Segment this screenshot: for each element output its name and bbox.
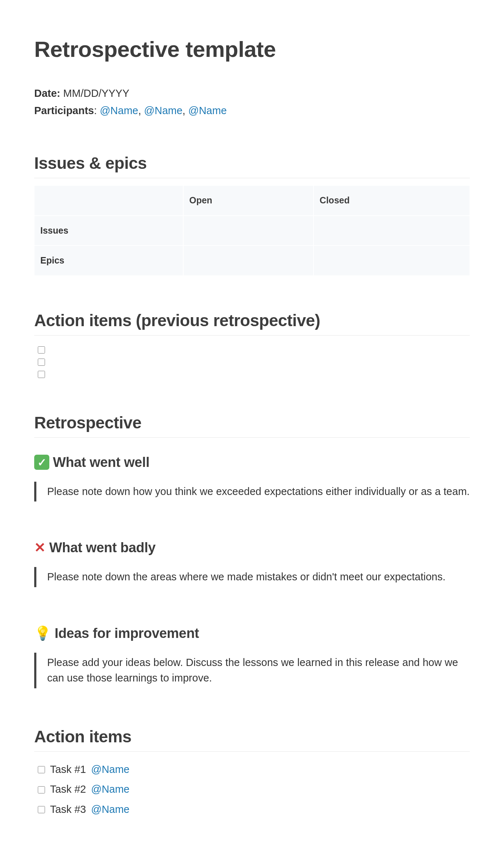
task-item xyxy=(38,370,470,378)
participants-label: Participants xyxy=(34,105,94,116)
table-row-epics-label: Epics xyxy=(34,246,183,276)
table-row-issues-label: Issues xyxy=(34,216,183,246)
task-checkbox[interactable] xyxy=(38,371,45,378)
task-mention[interactable]: @Name xyxy=(91,802,130,818)
task-checkbox[interactable] xyxy=(38,786,45,793)
action-items-heading: Action items xyxy=(34,724,470,752)
ideas-text: Ideas for improvement xyxy=(55,623,199,644)
went-badly-note: Please note down the areas where we made… xyxy=(34,567,470,587)
prev-actions-list xyxy=(34,346,470,378)
date-label: Date: xyxy=(34,87,60,99)
ideas-note: Please add your ideas below. Discuss the… xyxy=(34,653,470,688)
went-badly-heading: ✕ What went badly xyxy=(34,537,470,558)
cross-icon: ✕ xyxy=(34,537,46,558)
went-well-section: ✓ What went well Please note down how yo… xyxy=(34,452,470,502)
participant-mention[interactable]: @Name xyxy=(100,105,138,116)
retrospective-heading: Retrospective xyxy=(34,410,470,438)
task-item: Task #3 @Name xyxy=(38,802,470,818)
went-well-text: What went well xyxy=(53,452,149,473)
bulb-icon: 💡 xyxy=(34,623,51,644)
went-well-note: Please note down how you think we exceed… xyxy=(34,482,470,502)
participant-mention[interactable]: @Name xyxy=(188,105,227,116)
table-cell[interactable] xyxy=(314,246,470,276)
task-text: Task #3 xyxy=(50,802,86,818)
went-badly-section: ✕ What went badly Please note down the a… xyxy=(34,537,470,587)
task-mention[interactable]: @Name xyxy=(91,782,130,797)
ideas-heading: 💡 Ideas for improvement xyxy=(34,623,470,644)
task-item xyxy=(38,346,470,354)
action-items-list: Task #1 @Name Task #2 @Name Task #3 @Nam… xyxy=(34,762,470,818)
table-row: Epics xyxy=(34,246,470,276)
participants-line: Participants: @Name, @Name, @Name xyxy=(34,103,470,119)
prev-actions-heading: Action items (previous retrospective) xyxy=(34,308,470,336)
task-text: Task #1 xyxy=(50,762,86,778)
table-header-open: Open xyxy=(183,185,314,216)
task-mention[interactable]: @Name xyxy=(91,762,130,778)
task-checkbox[interactable] xyxy=(38,766,45,773)
ideas-section: 💡 Ideas for improvement Please add your … xyxy=(34,623,470,688)
task-checkbox[interactable] xyxy=(38,346,45,354)
table-header-row: Open Closed xyxy=(34,185,470,216)
table-cell[interactable] xyxy=(183,246,314,276)
task-item: Task #2 @Name xyxy=(38,782,470,797)
issues-epics-heading: Issues & epics xyxy=(34,151,470,178)
task-item: Task #1 @Name xyxy=(38,762,470,778)
checkmark-icon: ✓ xyxy=(34,455,49,470)
task-text: Task #2 xyxy=(50,782,86,797)
page-title: Retrospective template xyxy=(34,32,470,66)
participant-mention[interactable]: @Name xyxy=(144,105,183,116)
table-row: Issues xyxy=(34,216,470,246)
table-cell[interactable] xyxy=(183,216,314,246)
date-line: Date: MM/DD/YYYY xyxy=(34,86,470,102)
table-header-closed: Closed xyxy=(314,185,470,216)
table-header-empty xyxy=(34,185,183,216)
issues-epics-table: Open Closed Issues Epics xyxy=(34,185,470,276)
task-checkbox[interactable] xyxy=(38,806,45,813)
went-well-heading: ✓ What went well xyxy=(34,452,470,473)
task-checkbox[interactable] xyxy=(38,359,45,366)
task-item xyxy=(38,358,470,366)
table-cell[interactable] xyxy=(314,216,470,246)
went-badly-text: What went badly xyxy=(49,537,156,558)
date-value: MM/DD/YYYY xyxy=(63,87,130,99)
